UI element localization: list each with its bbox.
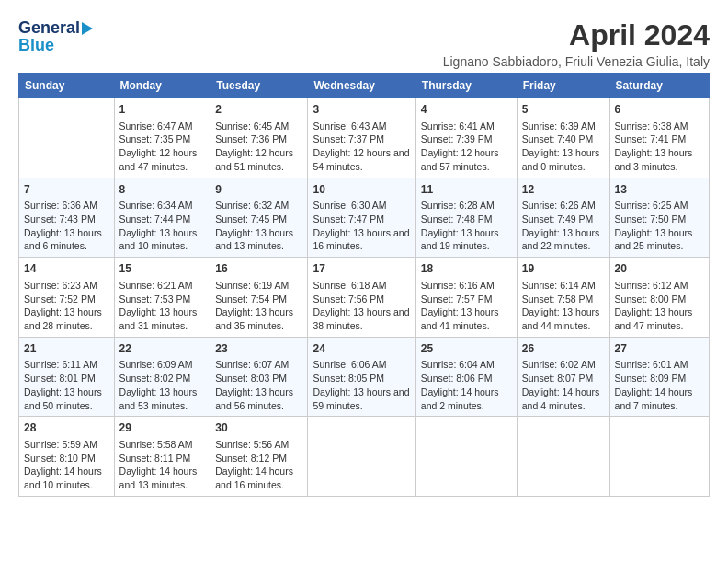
sunset: Sunset: 8:07 PM (522, 373, 594, 384)
sunset: Sunset: 7:56 PM (313, 293, 384, 304)
sunrise: Sunrise: 6:21 AM (119, 280, 193, 291)
sunrise: Sunrise: 5:56 AM (215, 439, 289, 450)
day-number: 19 (522, 261, 605, 277)
col-sunday: Sunday (19, 74, 115, 98)
calendar-cell: 4Sunrise: 6:41 AMSunset: 7:39 PMDaylight… (415, 98, 517, 178)
calendar-cell: 29Sunrise: 5:58 AMSunset: 8:11 PMDayligh… (114, 417, 210, 497)
sunset: Sunset: 8:01 PM (24, 373, 96, 384)
day-number: 20 (615, 261, 704, 277)
calendar-cell: 9Sunrise: 6:32 AMSunset: 7:45 PMDaylight… (210, 178, 308, 258)
col-saturday: Saturday (609, 74, 709, 98)
sunrise: Sunrise: 6:12 AM (615, 280, 688, 291)
daylight: Daylight: 13 hours and 0 minutes. (522, 147, 600, 172)
daylight: Daylight: 13 hours and 41 minutes. (421, 306, 499, 331)
day-number: 4 (421, 102, 512, 118)
daylight: Daylight: 13 hours and 35 minutes. (215, 306, 293, 331)
sunrise: Sunrise: 6:36 AM (24, 200, 97, 211)
sunset: Sunset: 7:45 PM (215, 213, 287, 224)
col-tuesday: Tuesday (210, 74, 308, 98)
page-header: General Blue April 2024 Lignano Sabbiado… (18, 18, 710, 69)
sunrise: Sunrise: 6:26 AM (522, 200, 596, 211)
daylight: Daylight: 13 hours and 25 minutes. (615, 227, 693, 252)
daylight: Daylight: 13 hours and 6 minutes. (24, 227, 102, 252)
sunset: Sunset: 7:53 PM (119, 293, 191, 304)
sunset: Sunset: 8:05 PM (313, 373, 384, 384)
calendar-cell: 27Sunrise: 6:01 AMSunset: 8:09 PMDayligh… (609, 337, 709, 417)
sunset: Sunset: 7:54 PM (215, 293, 287, 304)
daylight: Daylight: 12 hours and 57 minutes. (421, 147, 499, 172)
daylight: Daylight: 13 hours and 44 minutes. (522, 306, 600, 331)
calendar-cell (609, 417, 709, 497)
calendar-cell: 14Sunrise: 6:23 AMSunset: 7:52 PMDayligh… (19, 258, 115, 338)
title-section: April 2024 Lignano Sabbiadoro, Friuli Ve… (443, 18, 710, 69)
calendar-cell: 24Sunrise: 6:06 AMSunset: 8:05 PMDayligh… (308, 337, 415, 417)
column-headers: Sunday Monday Tuesday Wednesday Thursday… (19, 74, 710, 98)
page-subtitle: Lignano Sabbiadoro, Friuli Venezia Giuli… (443, 54, 710, 69)
sunset: Sunset: 7:48 PM (421, 213, 493, 224)
daylight: Daylight: 13 hours and 38 minutes. (313, 306, 409, 331)
sunrise: Sunrise: 6:04 AM (421, 359, 495, 370)
calendar-cell: 11Sunrise: 6:28 AMSunset: 7:48 PMDayligh… (415, 178, 517, 258)
sunrise: Sunrise: 6:18 AM (313, 280, 386, 291)
col-wednesday: Wednesday (308, 74, 415, 98)
calendar-cell: 19Sunrise: 6:14 AMSunset: 7:58 PMDayligh… (517, 258, 609, 338)
day-number: 2 (215, 102, 302, 118)
calendar-cell (517, 417, 609, 497)
calendar-cell: 2Sunrise: 6:45 AMSunset: 7:36 PMDaylight… (210, 98, 308, 178)
daylight: Daylight: 14 hours and 4 minutes. (522, 386, 600, 411)
calendar-week-1: 1Sunrise: 6:47 AMSunset: 7:35 PMDaylight… (19, 98, 710, 178)
sunrise: Sunrise: 6:19 AM (215, 280, 289, 291)
sunset: Sunset: 7:50 PM (615, 213, 687, 224)
daylight: Daylight: 13 hours and 3 minutes. (615, 147, 693, 172)
daylight: Daylight: 14 hours and 2 minutes. (421, 386, 499, 411)
sunrise: Sunrise: 6:09 AM (119, 359, 193, 370)
page-container: General Blue April 2024 Lignano Sabbiado… (18, 18, 710, 497)
sunset: Sunset: 7:44 PM (119, 213, 191, 224)
sunrise: Sunrise: 5:59 AM (24, 439, 97, 450)
daylight: Daylight: 13 hours and 16 minutes. (313, 227, 409, 252)
daylight: Daylight: 13 hours and 13 minutes. (215, 227, 293, 252)
calendar-week-5: 28Sunrise: 5:59 AMSunset: 8:10 PMDayligh… (19, 417, 710, 497)
day-number: 10 (313, 182, 410, 198)
day-number: 22 (119, 341, 206, 357)
logo-general: General (18, 18, 80, 38)
sunrise: Sunrise: 6:47 AM (119, 121, 193, 132)
daylight: Daylight: 13 hours and 59 minutes. (313, 386, 409, 411)
sunset: Sunset: 7:40 PM (522, 133, 594, 144)
daylight: Daylight: 13 hours and 56 minutes. (215, 386, 293, 411)
logo-line1: General (18, 18, 93, 38)
col-monday: Monday (114, 74, 210, 98)
col-friday: Friday (517, 74, 609, 98)
daylight: Daylight: 12 hours and 47 minutes. (119, 147, 198, 172)
sunset: Sunset: 7:47 PM (313, 213, 384, 224)
daylight: Daylight: 13 hours and 28 minutes. (24, 306, 102, 331)
sunset: Sunset: 8:09 PM (615, 373, 687, 384)
daylight: Daylight: 12 hours and 51 minutes. (215, 147, 293, 172)
day-number: 13 (615, 182, 704, 198)
daylight: Daylight: 13 hours and 10 minutes. (119, 227, 198, 252)
daylight: Daylight: 13 hours and 22 minutes. (522, 227, 600, 252)
day-number: 24 (313, 341, 410, 357)
day-number: 3 (313, 102, 410, 118)
daylight: Daylight: 13 hours and 31 minutes. (119, 306, 198, 331)
sunrise: Sunrise: 6:25 AM (615, 200, 688, 211)
calendar-cell: 30Sunrise: 5:56 AMSunset: 8:12 PMDayligh… (210, 417, 308, 497)
calendar-table: Sunday Monday Tuesday Wednesday Thursday… (18, 73, 710, 497)
sunset: Sunset: 7:37 PM (313, 133, 384, 144)
calendar-week-3: 14Sunrise: 6:23 AMSunset: 7:52 PMDayligh… (19, 258, 710, 338)
day-number: 28 (24, 420, 109, 436)
sunset: Sunset: 7:36 PM (215, 133, 287, 144)
sunset: Sunset: 7:57 PM (421, 293, 493, 304)
calendar-cell: 12Sunrise: 6:26 AMSunset: 7:49 PMDayligh… (517, 178, 609, 258)
day-number: 6 (615, 102, 704, 118)
logo: General Blue (18, 18, 93, 55)
day-number: 9 (215, 182, 302, 198)
sunset: Sunset: 7:35 PM (119, 133, 191, 144)
daylight: Daylight: 13 hours and 53 minutes. (119, 386, 198, 411)
day-number: 21 (24, 341, 109, 357)
calendar-cell: 17Sunrise: 6:18 AMSunset: 7:56 PMDayligh… (308, 258, 415, 338)
calendar-cell: 15Sunrise: 6:21 AMSunset: 7:53 PMDayligh… (114, 258, 210, 338)
logo-arrow-icon (82, 22, 93, 35)
sunset: Sunset: 8:03 PM (215, 373, 287, 384)
day-number: 11 (421, 182, 512, 198)
